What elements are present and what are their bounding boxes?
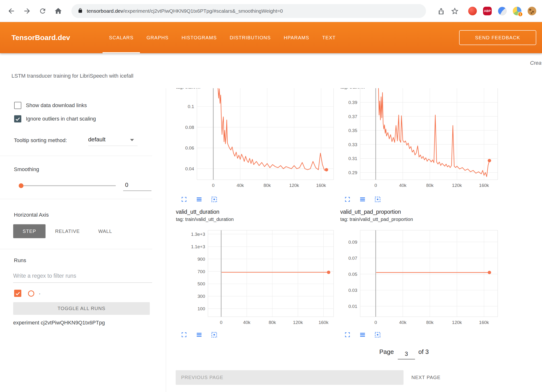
tooltip-select-underline — [88, 146, 138, 146]
fit-domain-icon[interactable] — [211, 196, 218, 203]
top_right-x-tick-label: 160k — [479, 183, 489, 188]
chart-title: valid_utt_duration — [176, 209, 219, 215]
tensorboard-header: TensorBoard.dev SCALARS GRAPHS HISTOGRAM… — [0, 22, 542, 53]
chart-tag: tag: train/valid_utt_duration — [176, 217, 234, 222]
chart-tag: tag: train/valid_utt_pad_proportion — [340, 217, 413, 222]
address-bar[interactable]: tensorboard.dev/experiment/cj2vtPiwQHKN9… — [71, 4, 426, 18]
top_left-y-tick-label: 0.06 — [185, 145, 194, 150]
top_left-y-tick-label: 0.04 — [185, 166, 194, 171]
top_right-final-dot — [488, 159, 491, 162]
bottom_left-x-tick-label: 120k — [293, 320, 303, 325]
bottom_left-y-tick-label: 500 — [197, 281, 205, 286]
smoothing-value-input[interactable] — [123, 180, 151, 191]
smoothing-slider-thumb[interactable] — [19, 183, 23, 188]
smoothing-slider-track[interactable] — [23, 185, 116, 186]
previous-page-button[interactable]: PREVIOUS PAGE — [176, 370, 404, 385]
fullscreen-icon[interactable] — [180, 331, 188, 338]
avatar-with-badge-icon[interactable]: 1 — [513, 7, 521, 15]
extension-blue-icon[interactable] — [498, 7, 507, 15]
main-nav: SCALARS GRAPHS HISTOGRAMS DISTRIBUTIONS … — [103, 22, 342, 53]
lines-icon[interactable] — [359, 331, 366, 338]
tooltip-sorting-label: Tooltip sorting method: — [14, 137, 67, 144]
bottom_right-y-tick-label: 0.05 — [348, 272, 357, 277]
lines-icon[interactable] — [196, 196, 203, 203]
extension-badge: 1 — [518, 12, 523, 17]
bottom_right-x-tick-label: 0 — [375, 320, 377, 325]
top_left-series-line — [215, 88, 327, 170]
top_left-x-tick-label: 40k — [236, 183, 244, 188]
top_right-y-tick-label: 0.39 — [348, 100, 357, 105]
chart-toolbar — [180, 196, 218, 203]
runs-regex-input[interactable] — [13, 269, 152, 283]
top_left-y-tick-label: 0.1 — [188, 104, 194, 109]
lines-icon[interactable] — [196, 331, 203, 338]
tooltip-sorting-select[interactable]: default — [88, 136, 105, 143]
refresh-icon[interactable] — [39, 7, 46, 15]
tab-text[interactable]: TEXT — [316, 22, 342, 53]
experiment-info-bar: Crea LSTM transducer training for LibriS… — [0, 53, 542, 88]
tab-graphs[interactable]: GRAPHS — [140, 22, 175, 53]
chart-toolbar — [180, 331, 218, 338]
top_right-y-tick-label: 0.33 — [348, 142, 357, 147]
tab-scalars[interactable]: SCALARS — [103, 22, 140, 53]
experiment-description: LSTM transducer training for LibriSpeech… — [12, 73, 133, 79]
fullscreen-icon[interactable] — [344, 331, 351, 338]
forward-icon[interactable] — [23, 7, 31, 15]
tab-hparams[interactable]: HPARAMS — [277, 22, 316, 53]
axis-wall-button[interactable]: WALL — [92, 224, 118, 238]
home-icon[interactable] — [54, 7, 62, 15]
url-text[interactable]: tensorboard.dev/experiment/cj2vtPiwQHKN9… — [87, 8, 283, 14]
bottom_left-y-tick-label: 100 — [197, 306, 205, 311]
top_left-x-tick-label: 0 — [212, 183, 215, 188]
top_left-x-tick-label: 80k — [264, 183, 271, 188]
toggle-all-runs-button[interactable]: TOGGLE ALL RUNS — [13, 302, 150, 315]
top_right-x-tick-label: 120k — [452, 183, 462, 188]
fit-domain-icon[interactable] — [374, 331, 381, 338]
bookmark-star-icon[interactable] — [451, 7, 459, 15]
top_right-y-tick-label: 0.35 — [348, 128, 357, 133]
page-of-label: of 3 — [418, 348, 429, 356]
bottom_right-final-dot — [488, 271, 491, 274]
axis-step-button[interactable]: STEP — [13, 224, 46, 238]
send-feedback-button[interactable]: SEND FEEDBACK — [459, 30, 536, 45]
fullscreen-icon[interactable] — [344, 196, 351, 203]
settings-sidebar: Show data download links Ignore outliers… — [0, 88, 166, 392]
show-download-links-label: Show data download links — [26, 102, 87, 109]
next-page-button[interactable]: NEXT PAGE — [411, 370, 441, 385]
bottom_right-y-tick-label: 0.03 — [348, 288, 357, 293]
created-text-clipped: Crea — [530, 60, 542, 66]
fit-domain-icon[interactable] — [374, 196, 381, 203]
bottom_right-y-tick-label: 0.01 — [348, 304, 357, 309]
axis-relative-button[interactable]: RELATIVE — [49, 224, 86, 238]
tensorboard-logo[interactable]: TensorBoard.dev — [12, 22, 70, 53]
padlock-icon[interactable] — [78, 8, 83, 14]
bottom_right-x-tick-label: 40k — [399, 320, 407, 325]
top_right-x-tick-label: 40k — [399, 183, 407, 188]
extension-red-icon[interactable] — [468, 7, 477, 15]
chevron-down-icon[interactable] — [130, 139, 134, 141]
ignore-outliers-checkbox[interactable] — [14, 115, 21, 122]
tab-histograms[interactable]: HISTOGRAMS — [175, 22, 223, 53]
abp-extension-icon[interactable]: ABP — [483, 7, 492, 15]
lines-icon[interactable] — [359, 196, 366, 203]
abp-label: ABP — [484, 9, 491, 13]
run-checkbox[interactable] — [14, 290, 21, 297]
top_right-y-tick-label: 0.31 — [348, 156, 357, 161]
back-icon[interactable] — [7, 7, 15, 15]
page-number-input[interactable] — [398, 349, 415, 359]
share-icon[interactable] — [438, 7, 445, 15]
show-download-links-checkbox[interactable] — [14, 102, 21, 109]
chart-toolbar — [344, 196, 381, 203]
bottom_right-x-tick-label: 120k — [452, 320, 462, 325]
ignore-outliers-label: Ignore outliers in chart scaling — [26, 116, 96, 122]
fit-domain-icon[interactable] — [211, 331, 218, 338]
run-name-label: . — [39, 288, 40, 296]
sidebar-divider — [0, 249, 152, 249]
top_right-y-tick-label: 0.37 — [348, 114, 357, 119]
bottom_left-y-tick-label: 300 — [197, 294, 205, 299]
run-color-swatch[interactable] — [28, 290, 34, 297]
chart-toolbar — [344, 331, 381, 338]
fullscreen-icon[interactable] — [180, 196, 188, 203]
cookie-icon[interactable] — [528, 7, 536, 15]
tab-distributions[interactable]: DISTRIBUTIONS — [223, 22, 277, 53]
